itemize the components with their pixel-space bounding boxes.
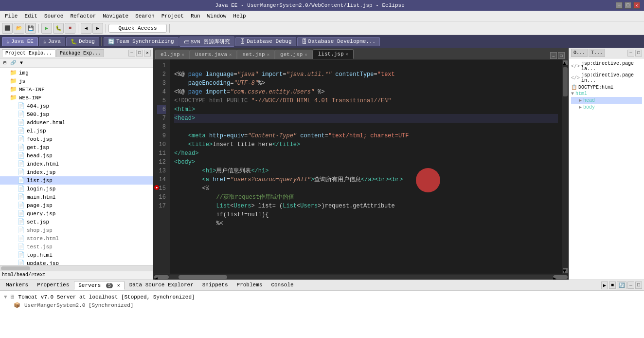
- minimize-editor-btn[interactable]: —: [550, 52, 557, 59]
- persp-java[interactable]: ☕ Java: [39, 37, 65, 46]
- maximize-right-btn[interactable]: □: [635, 50, 642, 56]
- save-button[interactable]: 💾: [25, 23, 36, 34]
- close-tab-set[interactable]: ✕: [267, 52, 269, 57]
- close-tab-get[interactable]: ✕: [304, 52, 307, 57]
- stop-server-btn[interactable]: ■: [609, 282, 616, 289]
- left-scroll-thumb[interactable]: [1, 266, 30, 270]
- persp-db-debug[interactable]: 🗄 Database Debug: [235, 37, 296, 46]
- tree-file-el[interactable]: 📄 el.jsp: [0, 127, 153, 135]
- editor-hscrollbar[interactable]: ◀ ▶: [153, 274, 569, 280]
- btab-problems[interactable]: Problems: [233, 281, 267, 290]
- tree-file-login[interactable]: 📄 login.jsp: [0, 185, 153, 193]
- tree-file-404[interactable]: 📄 404.jsp: [0, 102, 153, 110]
- publish-server-btn[interactable]: 🔄: [617, 282, 626, 289]
- tree-file-indexhtml[interactable]: 📄 index.html: [0, 160, 153, 168]
- close-panel-btn[interactable]: ✕: [144, 50, 151, 56]
- collapse-all-btn[interactable]: ⊟: [2, 59, 8, 66]
- outline-item-doctype[interactable]: 📋 DOCTYPE:html: [571, 84, 642, 91]
- scroll-up-btn[interactable]: ▲: [563, 60, 568, 65]
- tab-set-jsp[interactable]: set.jsp ✕: [237, 50, 275, 59]
- tree-file-test[interactable]: 📄 test.jsp: [0, 243, 153, 251]
- tab-list-jsp[interactable]: list.jsp ✕: [313, 49, 354, 59]
- prev-button[interactable]: ◀: [81, 23, 91, 34]
- menu-navigate[interactable]: Navigate: [100, 12, 131, 20]
- persp-debug[interactable]: 🐛 Debug: [66, 37, 99, 46]
- scroll-thumb[interactable]: [563, 67, 568, 96]
- menu-search[interactable]: Search: [132, 12, 158, 20]
- tree-file-page[interactable]: 📄 page.jsp: [0, 201, 153, 209]
- tab-get-jsp[interactable]: get.jsp ✕: [275, 50, 313, 59]
- outline-item-directive2[interactable]: </> jsp:directive.page in...: [571, 72, 642, 84]
- minimize-button[interactable]: —: [616, 2, 623, 9]
- outline-item-head[interactable]: ▶ head: [571, 97, 642, 104]
- editor-scrollbar[interactable]: ▲ ▼: [562, 59, 569, 274]
- editor-body[interactable]: 1 2 3 4 5 6 7 8 9 10 11 12 13 14 15● 16: [153, 59, 569, 274]
- tab-project-explorer[interactable]: Project Explo...: [2, 49, 55, 57]
- tree-file-list[interactable]: 📄 list.jsp: [0, 176, 153, 185]
- menu-help[interactable]: Help: [230, 12, 249, 20]
- outline-item-directive1[interactable]: </> jsp:directive.page la...: [571, 60, 642, 72]
- tab-package-explorer[interactable]: Package Exp...: [56, 49, 104, 57]
- open-button[interactable]: 📂: [14, 23, 24, 34]
- tree-file-update[interactable]: 📄 update.jsp: [0, 259, 153, 265]
- persp-javaee[interactable]: ☕ Java EE: [2, 37, 38, 46]
- btab-datasource[interactable]: Data Source Explorer: [125, 281, 197, 290]
- btab-servers[interactable]: Servers 5 ✕: [74, 281, 124, 290]
- minimize-right-btn[interactable]: —: [627, 50, 634, 56]
- outline-item-body[interactable]: ▶ body: [571, 104, 642, 111]
- next-button[interactable]: ▶: [92, 23, 103, 34]
- tab-outline[interactable]: O...: [571, 49, 588, 57]
- btab-console[interactable]: Console: [267, 281, 297, 290]
- tree-file-get[interactable]: 📄 get.jsp: [0, 143, 153, 151]
- tab-task[interactable]: T...: [589, 49, 605, 57]
- tab-users-java[interactable]: Users.java ✕: [190, 50, 237, 59]
- maximize-button[interactable]: □: [625, 2, 631, 9]
- menu-edit[interactable]: Edit: [21, 12, 40, 20]
- left-scrollbar[interactable]: [0, 265, 153, 271]
- quick-access-input[interactable]: Quick Access: [108, 24, 167, 33]
- tree-file-addUser[interactable]: 📄 addUser.html: [0, 118, 153, 127]
- tree-file-query[interactable]: 📄 query.jsp: [0, 209, 153, 218]
- stop-button[interactable]: ■: [65, 23, 75, 34]
- server-child-usermanger[interactable]: 📦 UserMangerSystem2.0 [Synchronized]: [4, 301, 640, 309]
- new-button[interactable]: ⬛: [2, 23, 13, 34]
- tree-file-indexjsp[interactable]: 📄 index.jsp: [0, 168, 153, 176]
- tree-file-set[interactable]: 📄 set.jsp: [0, 218, 153, 226]
- persp-svn[interactable]: 🗃 SVN 资源库研究: [179, 37, 234, 47]
- btab-properties[interactable]: Properties: [33, 281, 73, 290]
- expand-server-icon[interactable]: ▼: [4, 294, 7, 300]
- maximize-bottom-btn[interactable]: □: [635, 282, 642, 289]
- editor-hscroll-track[interactable]: [169, 275, 553, 279]
- close-tab-list[interactable]: ✕: [346, 52, 348, 57]
- tree-file-head[interactable]: 📄 head.jsp: [0, 151, 153, 160]
- project-tree[interactable]: 📁 img 📁 js 📁 META-INF 📁 WEB-INF: [0, 68, 153, 265]
- menu-project[interactable]: Project: [159, 12, 187, 20]
- tree-folder-webinf[interactable]: 📁 WEB-INF: [0, 94, 153, 102]
- btab-markers[interactable]: Markers: [2, 281, 32, 290]
- close-tab-users[interactable]: ✕: [229, 52, 232, 57]
- title-bar-controls[interactable]: — □ ✕: [616, 2, 640, 9]
- debug-button[interactable]: 🐛: [53, 23, 64, 34]
- tree-file-top[interactable]: 📄 top.html: [0, 251, 153, 259]
- tree-file-main[interactable]: 📄 main.html: [0, 193, 153, 201]
- close-servers-tab[interactable]: ✕: [117, 283, 120, 288]
- menu-source[interactable]: Source: [41, 12, 67, 20]
- btab-snippets[interactable]: Snippets: [198, 281, 232, 290]
- tab-el-jsp[interactable]: el.jsp ✕: [155, 50, 190, 59]
- editor-hscroll-left[interactable]: ◀: [154, 275, 169, 279]
- minimize-bottom-btn[interactable]: —: [627, 282, 634, 289]
- menu-run[interactable]: Run: [188, 12, 203, 20]
- outline-item-html[interactable]: ▼ html: [571, 91, 642, 97]
- tree-folder-metainf[interactable]: 📁 META-INF: [0, 85, 153, 94]
- minimize-panel-btn[interactable]: —: [128, 50, 135, 56]
- start-server-btn[interactable]: ▶: [601, 282, 608, 289]
- editor-hscroll-right[interactable]: ▶: [553, 275, 568, 279]
- maximize-editor-btn[interactable]: □: [558, 52, 565, 59]
- tree-folder-js[interactable]: 📁 js: [0, 77, 153, 85]
- close-tab-el[interactable]: ✕: [182, 52, 184, 57]
- link-editor-btn[interactable]: 🔗: [9, 59, 18, 66]
- tree-file-store[interactable]: 📄 store.html: [0, 234, 153, 243]
- tree-folder-img[interactable]: 📁 img: [0, 69, 153, 77]
- tree-file-foot[interactable]: 📄 foot.jsp: [0, 135, 153, 143]
- code-content[interactable]: <%@ page language="java" import="java.ut…: [170, 59, 562, 274]
